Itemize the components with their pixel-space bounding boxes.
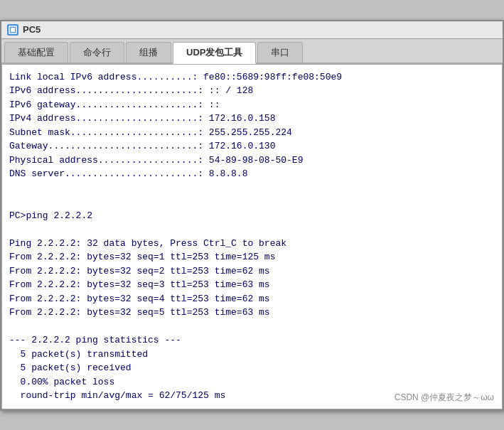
tab-multicast[interactable]: 组播 bbox=[126, 42, 171, 63]
terminal-line bbox=[9, 320, 495, 334]
terminal-line: From 2.2.2.2: bytes=32 seq=3 ttl=253 tim… bbox=[9, 278, 495, 292]
tab-bar: 基础配置 命令行 组播 UDP发包工具 串口 bbox=[1, 39, 503, 64]
window-icon bbox=[7, 24, 18, 36]
terminal-line: From 2.2.2.2: bytes=32 seq=1 ttl=253 tim… bbox=[9, 250, 495, 264]
terminal-line: Subnet mask.......................: 255.… bbox=[9, 126, 495, 140]
terminal-line: 5 packet(s) received bbox=[9, 361, 495, 375]
terminal-line: IPv4 address......................: 172.… bbox=[9, 112, 495, 126]
tab-serial[interactable]: 串口 bbox=[257, 42, 303, 63]
window-title: PC5 bbox=[23, 24, 41, 35]
terminal-line: PC>ping 2.2.2.2 bbox=[9, 209, 495, 223]
watermark: CSDN @仲夏夜之梦～ωω bbox=[395, 392, 494, 404]
terminal-line: From 2.2.2.2: bytes=32 seq=5 ttl=253 tim… bbox=[9, 306, 495, 320]
terminal-wrapper: Link local IPv6 address..........: fe80:… bbox=[1, 64, 503, 409]
tab-udp[interactable]: UDP发包工具 bbox=[173, 42, 256, 64]
terminal-line: 0.00% packet loss bbox=[9, 375, 495, 389]
terminal-line: Physical address..................: 54-8… bbox=[9, 154, 495, 168]
main-window: PC5 基础配置 命令行 组播 UDP发包工具 串口 Link local IP… bbox=[0, 20, 504, 411]
terminal-line: Link local IPv6 address..........: fe80:… bbox=[9, 70, 495, 85]
terminal-line bbox=[9, 222, 495, 237]
terminal-line: From 2.2.2.2: bytes=32 seq=4 ttl=253 tim… bbox=[9, 292, 495, 306]
svg-rect-1 bbox=[11, 28, 15, 32]
title-bar: PC5 bbox=[1, 21, 503, 39]
tab-cmd[interactable]: 命令行 bbox=[70, 42, 124, 63]
terminal-line bbox=[9, 181, 495, 195]
terminal-line: DNS server........................: 8.8.… bbox=[9, 167, 495, 181]
tab-basic[interactable]: 基础配置 bbox=[4, 42, 68, 63]
terminal-line: 5 packet(s) transmitted bbox=[9, 348, 495, 362]
terminal-line bbox=[9, 195, 495, 209]
terminal-line: IPv6 address......................: :: /… bbox=[9, 84, 495, 98]
terminal-line: IPv6 gateway......................: :: bbox=[9, 98, 495, 112]
terminal-line: Ping 2.2.2.2: 32 data bytes, Press Ctrl_… bbox=[9, 237, 495, 251]
terminal-line: --- 2.2.2.2 ping statistics --- bbox=[9, 333, 495, 348]
terminal-output[interactable]: Link local IPv6 address..........: fe80:… bbox=[1, 64, 503, 409]
terminal-line: From 2.2.2.2: bytes=32 seq=2 ttl=253 tim… bbox=[9, 264, 495, 279]
terminal-line: Gateway...........................: 172.… bbox=[9, 139, 495, 154]
